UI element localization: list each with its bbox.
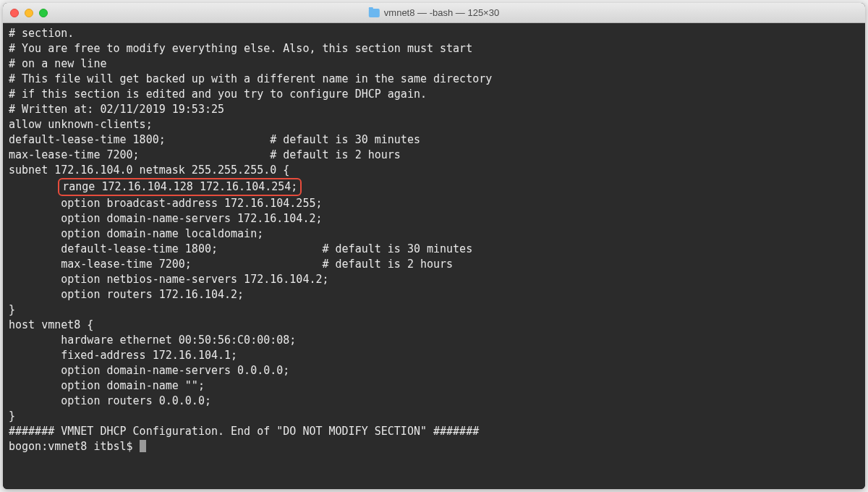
title-bar: vmnet8 — -bash — 125×30 — [3, 3, 865, 23]
terminal-line: # You are free to modify everything else… — [9, 41, 859, 56]
traffic-lights — [10, 9, 48, 17]
terminal-line: # This file will get backed up with a di… — [9, 72, 859, 87]
terminal-line-highlighted: range 172.16.104.128 172.16.104.254; — [9, 178, 859, 196]
title-label: vmnet8 — -bash — 125×30 — [384, 7, 499, 18]
terminal-line: option broadcast-address 172.16.104.255; — [9, 196, 859, 211]
terminal-line: # Written at: 02/11/2019 19:53:25 — [9, 102, 859, 117]
minimize-button[interactable] — [25, 9, 33, 17]
terminal-line: max-lease-time 7200; # default is 2 hour… — [9, 148, 859, 163]
terminal-line: # section. — [9, 26, 859, 41]
folder-icon — [369, 9, 380, 17]
terminal-line: fixed-address 172.16.104.1; — [9, 348, 859, 363]
terminal-line: option routers 0.0.0.0; — [9, 394, 859, 409]
terminal-line: max-lease-time 7200; # default is 2 hour… — [9, 257, 859, 272]
terminal-line: option domain-name-servers 172.16.104.2; — [9, 211, 859, 226]
terminal-line: } — [9, 409, 859, 424]
shell-prompt: bogon:vmnet8 itbsl$ — [9, 440, 140, 453]
terminal-content[interactable]: # section.# You are free to modify every… — [3, 23, 865, 489]
terminal-line: allow unknown-clients; — [9, 117, 859, 132]
close-button[interactable] — [10, 9, 19, 17]
terminal-line: option domain-name ""; — [9, 378, 859, 394]
terminal-line: ####### VMNET DHCP Configuration. End of… — [9, 424, 859, 439]
terminal-line: option netbios-name-servers 172.16.104.2… — [9, 272, 859, 287]
cursor — [140, 440, 146, 452]
terminal-line: host vmnet8 { — [9, 318, 859, 333]
terminal-line: option domain-name localdomain; — [9, 226, 859, 242]
window-title: vmnet8 — -bash — 125×30 — [369, 7, 499, 18]
highlight-annotation: range 172.16.104.128 172.16.104.254; — [58, 178, 302, 196]
terminal-line: } — [9, 302, 859, 318]
terminal-line: default-lease-time 1800; # default is 30… — [9, 132, 859, 148]
terminal-line: # if this section is edited and you try … — [9, 87, 859, 102]
terminal-line: option routers 172.16.104.2; — [9, 287, 859, 302]
terminal-line: hardware ethernet 00:50:56:C0:00:08; — [9, 333, 859, 348]
terminal-line: subnet 172.16.104.0 netmask 255.255.255.… — [9, 163, 859, 178]
indent — [9, 180, 61, 193]
terminal-window: vmnet8 — -bash — 125×30 # section.# You … — [3, 3, 865, 489]
prompt-line: bogon:vmnet8 itbsl$ — [9, 439, 859, 454]
terminal-line: # on a new line — [9, 56, 859, 72]
terminal-line: default-lease-time 1800; # default is 30… — [9, 242, 859, 257]
terminal-line: option domain-name-servers 0.0.0.0; — [9, 363, 859, 378]
maximize-button[interactable] — [39, 9, 48, 17]
